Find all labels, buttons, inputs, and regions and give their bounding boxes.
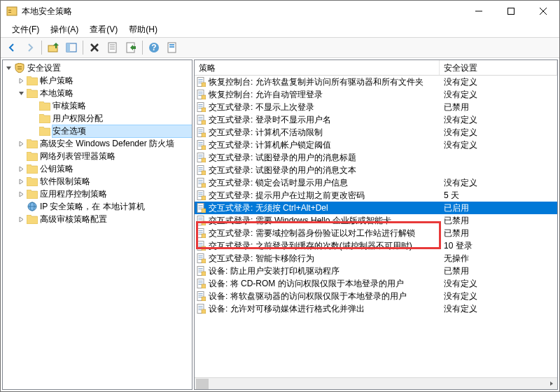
policy-row[interactable]: 交互式登录: 需要域控制器身份验证以对工作站进行解锁已禁用 [195, 227, 557, 239]
policy-row[interactable]: 设备: 将软盘驱动器的访问权限仅限于本地登录的用户没有定义 [195, 290, 557, 302]
forward-button[interactable] [22, 39, 38, 56]
tree-root[interactable]: 安全设置 [3, 62, 192, 74]
horizontal-scrollbar[interactable] [195, 377, 557, 389]
expand-icon[interactable] [15, 176, 27, 187]
scrollbar-thumb[interactable] [196, 379, 209, 389]
svg-rect-41 [199, 119, 203, 120]
menu-action[interactable]: 操作(A) [45, 22, 84, 37]
svg-rect-76 [199, 230, 203, 231]
tree-soft-restrict[interactable]: 软件限制策略 [3, 175, 192, 188]
svg-rect-97 [199, 295, 203, 296]
expand-icon[interactable] [15, 188, 27, 200]
policy-icon [195, 76, 207, 88]
svg-rect-37 [199, 106, 203, 107]
collapse-icon[interactable] [15, 88, 27, 99]
tree-ipsec[interactable]: IP 安全策略，在 本地计算机 [3, 200, 192, 213]
expand-icon[interactable] [15, 138, 27, 149]
policy-setting: 没有定义 [440, 89, 557, 101]
policy-row[interactable]: 交互式登录: 需要 Windows Hello 企业版或智能卡已禁用 [195, 214, 557, 227]
menu-view[interactable]: 查看(V) [84, 22, 123, 37]
policy-row[interactable]: 设备: 将 CD-ROM 的访问权限仅限于本地登录的用户没有定义 [195, 277, 557, 290]
tree-security-options[interactable]: 安全选项 [3, 125, 192, 137]
up-level-button[interactable] [45, 39, 62, 56]
policy-icon [195, 202, 207, 214]
policy-row[interactable]: 交互式登录: 智能卡移除行为无操作 [195, 252, 557, 265]
policy-row[interactable]: 设备: 防止用户安装打印机驱动程序已禁用 [195, 265, 557, 277]
policy-row[interactable]: 交互式登录: 提示用户在过期之前更改密码5 天 [195, 189, 557, 202]
svg-rect-12 [108, 43, 116, 52]
policy-row[interactable]: 交互式登录: 登录时不显示用户名没有定义 [195, 113, 557, 126]
svg-rect-48 [199, 142, 203, 143]
policy-row[interactable]: 交互式登录: 之前登录到缓存的次数(域控制器不可用时)10 登录 [195, 239, 557, 252]
maximize-button[interactable] [495, 1, 527, 22]
export-button[interactable] [122, 39, 139, 56]
policy-row[interactable]: 交互式登录: 无须按 Ctrl+Alt+Del已启用 [195, 202, 557, 214]
tree-app-control[interactable]: 应用程序控制策略 [3, 188, 192, 200]
policy-setting: 10 登录 [440, 240, 557, 252]
policy-name: 交互式登录: 登录时不显示用户名 [207, 114, 440, 126]
minimize-button[interactable] [463, 1, 495, 22]
back-button[interactable] [4, 39, 20, 56]
svg-rect-33 [199, 94, 203, 94]
tree-user-rights[interactable]: 用户权限分配 [3, 112, 192, 125]
help-button[interactable]: ? [146, 39, 162, 56]
policy-row[interactable]: 交互式登录: 锁定会话时显示用户信息没有定义 [195, 176, 557, 189]
expand-icon[interactable] [15, 214, 27, 225]
svg-text:?: ? [151, 43, 156, 52]
column-setting[interactable]: 安全设置 [440, 60, 557, 75]
window-controls [463, 1, 559, 22]
tree-label: 高级安全 Windows Defender 防火墙 [40, 138, 192, 150]
tree-account-policy[interactable]: 帐户策略 [3, 74, 192, 87]
separator [83, 41, 83, 55]
list-header: 策略 安全设置 [195, 60, 557, 76]
tree-panel[interactable]: 安全设置帐户策略本地策略审核策略用户权限分配安全选项高级安全 Windows D… [2, 59, 192, 390]
menu-help[interactable]: 帮助(H) [123, 22, 163, 37]
svg-rect-100 [199, 306, 203, 307]
svg-rect-49 [199, 144, 203, 145]
refresh-button[interactable] [164, 39, 181, 56]
svg-rect-20 [169, 44, 174, 46]
folder-icon [39, 100, 50, 111]
tree-netlist[interactable]: 网络列表管理器策略 [3, 150, 192, 162]
tree-adv-audit[interactable]: 高级审核策略配置 [3, 213, 192, 225]
policy-setting: 已禁用 [440, 227, 557, 239]
policy-setting: 没有定义 [440, 290, 557, 302]
properties-button[interactable] [104, 39, 121, 56]
delete-button[interactable] [86, 39, 103, 56]
expand-icon[interactable] [15, 163, 27, 174]
tree-pubkey[interactable]: 公钥策略 [3, 162, 192, 175]
policy-row[interactable]: 设备: 允许对可移动媒体进行格式化并弹出没有定义 [195, 302, 557, 315]
policy-setting: 没有定义 [440, 278, 557, 290]
policy-setting: 已禁用 [440, 265, 557, 277]
policy-row[interactable]: 交互式登录: 试图登录的用户的消息文本 [195, 164, 557, 176]
close-button[interactable] [527, 1, 559, 22]
list-body[interactable]: 恢复控制台: 允许软盘复制并访问所有驱动器和所有文件夹没有定义恢复控制台: 允许… [195, 76, 557, 377]
policy-row[interactable]: 恢复控制台: 允许软盘复制并访问所有驱动器和所有文件夹没有定义 [195, 76, 557, 88]
policy-name: 交互式登录: 需要域控制器身份验证以对工作站进行解锁 [207, 227, 440, 239]
folder-icon [27, 201, 38, 212]
svg-rect-23 [18, 69, 22, 69]
svg-rect-84 [199, 255, 203, 256]
tree-audit-policy[interactable]: 审核策略 [3, 99, 192, 112]
folder-icon [27, 214, 38, 225]
tree-defender[interactable]: 高级安全 Windows Defender 防火墙 [3, 137, 192, 150]
column-policy[interactable]: 策略 [195, 60, 440, 75]
expand-icon[interactable] [15, 75, 27, 86]
policy-name: 交互式登录: 提示用户在过期之前更改密码 [207, 190, 440, 202]
policy-setting: 没有定义 [440, 303, 557, 315]
svg-rect-72 [199, 218, 203, 218]
policy-row[interactable]: 交互式登录: 计算机帐户锁定阈值没有定义 [195, 139, 557, 151]
policy-row[interactable]: 交互式登录: 计算机不活动限制没有定义 [195, 126, 557, 139]
show-hide-tree-button[interactable] [63, 39, 80, 56]
tree-local-policy[interactable]: 本地策略 [3, 87, 192, 99]
policy-row[interactable]: 恢复控制台: 允许自动管理登录没有定义 [195, 88, 557, 101]
tree-label: 公钥策略 [40, 163, 192, 175]
spacer [28, 100, 39, 111]
app-icon [6, 6, 18, 17]
scrollbar-right-button[interactable] [545, 378, 557, 390]
collapse-icon[interactable] [3, 62, 14, 74]
policy-name: 交互式登录: 需要 Windows Hello 企业版或智能卡 [207, 215, 440, 227]
policy-row[interactable]: 交互式登录: 试图登录的用户的消息标题 [195, 151, 557, 164]
menu-file[interactable]: 文件(F) [6, 22, 45, 37]
policy-row[interactable]: 交互式登录: 不显示上次登录已禁用 [195, 101, 557, 113]
